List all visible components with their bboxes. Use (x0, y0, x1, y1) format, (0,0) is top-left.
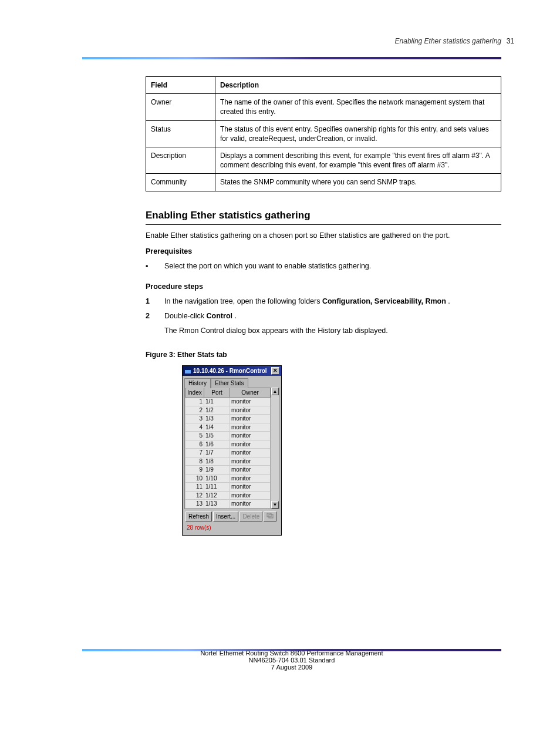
delete-button[interactable]: Delete (239, 512, 262, 522)
table-row: Status The status of this event entry. S… (146, 120, 501, 147)
footer-line-1: Nortel Ethernet Routing Switch 8600 Perf… (82, 650, 501, 657)
prerequisites-heading: Prerequisites (146, 247, 501, 257)
step-1: 1 In the navigation tree, open the follo… (146, 297, 501, 307)
step-bold: Configuration, Serviceability, Rmon (322, 297, 446, 305)
cell-owner: monitor (230, 406, 271, 415)
section-rule (146, 224, 501, 225)
step-text: Double-click (164, 312, 207, 320)
cell-owner: monitor (230, 415, 271, 423)
step-text: . (448, 297, 450, 305)
cell-port: 1/3 (204, 415, 230, 423)
table-row[interactable]: 51/5monitor (185, 432, 271, 440)
cell-index: 2 (185, 406, 204, 415)
dialog-title-text: 10.10.40.26 - RmonControl (193, 367, 267, 375)
cell-owner: monitor (230, 483, 271, 492)
cell-index: 7 (185, 449, 204, 457)
cell-port: 1/7 (204, 449, 230, 457)
dialog-button-row: Refresh Insert... Delete (184, 509, 279, 523)
tab-ether-stats[interactable]: Ether Stats (211, 378, 248, 388)
prereq-text: Select the port on which you want to ena… (164, 261, 501, 271)
page-number: 31 (507, 37, 514, 45)
table-row[interactable]: 41/4monitor (185, 423, 271, 432)
cell-index: 3 (185, 415, 204, 423)
cell-owner: monitor (230, 440, 271, 449)
scroll-down-icon[interactable]: ▼ (271, 501, 279, 509)
dialog-titlebar[interactable]: 10.10.40.26 - RmonControl ✕ (183, 366, 281, 376)
table-row[interactable]: 71/7monitor (185, 449, 271, 457)
step-bold: Control (207, 312, 232, 320)
table-row[interactable]: 131/13monitor (185, 500, 271, 509)
cell-owner: monitor (230, 491, 271, 500)
cell-owner: monitor (230, 500, 271, 509)
cell-port: 1/6 (204, 440, 230, 449)
cell-port: 1/10 (204, 474, 230, 483)
top-rule (82, 57, 501, 59)
insert-button[interactable]: Insert... (213, 512, 238, 522)
bullet: • (146, 261, 156, 271)
table-header-row: Field Description (146, 77, 501, 94)
cell-port: 1/8 (204, 457, 230, 466)
rmon-control-dialog: 10.10.40.26 - RmonControl ✕ History Ethe… (182, 365, 282, 536)
cell-index: 13 (185, 500, 204, 509)
cell-owner: monitor (230, 432, 271, 440)
scroll-up-icon[interactable]: ▲ (271, 388, 279, 395)
cell-index: 4 (185, 423, 204, 432)
cell-port: 1/12 (204, 491, 230, 500)
table-row: Owner The name of the owner of this even… (146, 94, 501, 120)
vertical-scrollbar[interactable]: ▲ ▼ (271, 388, 279, 509)
app-icon (184, 368, 191, 375)
col-index[interactable]: Index (185, 388, 204, 398)
table-row[interactable]: 121/12monitor (185, 491, 271, 500)
cell-port: 1/5 (204, 432, 230, 440)
col-port[interactable]: Port (204, 388, 230, 398)
cell-index: 10 (185, 474, 204, 483)
step-number: 2 (146, 311, 156, 336)
row-count-label: 28 row(s) (184, 523, 279, 533)
cell-index: 1 (185, 398, 204, 406)
cell-port: 1/1 (204, 398, 230, 406)
table-scroll-wrap: Index Port Owner 11/1monitor21/2monitor3… (184, 388, 279, 509)
cell-owner: monitor (230, 423, 271, 432)
footer-line-2: NN46205-704 03.01 Standard (82, 657, 501, 664)
steps-heading: Procedure steps (146, 282, 501, 292)
cell-desc: Displays a comment describing this event… (215, 147, 501, 173)
table-row[interactable]: 11/1monitor (185, 398, 271, 406)
cell-index: 12 (185, 491, 204, 500)
table-row[interactable]: 61/6monitor (185, 440, 271, 449)
cell-field: Description (146, 147, 215, 173)
cell-port: 1/4 (204, 423, 230, 432)
cell-desc: The status of this event entry. Specifie… (215, 120, 501, 147)
section-title: Enabling Ether statistics gathering (146, 209, 501, 223)
cell-desc: The name of the owner of this event. Spe… (215, 94, 501, 120)
dialog-body: History Ether Stats Index Port Owner 11/… (183, 376, 281, 535)
cell-index: 11 (185, 483, 204, 492)
cell-port: 1/11 (204, 483, 230, 492)
close-icon[interactable]: ✕ (271, 367, 279, 375)
table-row[interactable]: 101/10monitor (185, 474, 271, 483)
table-row[interactable]: 21/2monitor (185, 406, 271, 415)
table-row[interactable]: 91/9monitor (185, 466, 271, 475)
table-row: Community States the SNMP community wher… (146, 174, 501, 191)
step-body: In the navigation tree, open the followi… (164, 297, 501, 307)
cell-field: Owner (146, 94, 215, 120)
header-field: Field (146, 77, 215, 94)
copy-icon[interactable] (264, 512, 276, 522)
table-row[interactable]: 81/8monitor (185, 457, 271, 466)
step-text: In the navigation tree, open the followi… (164, 297, 322, 305)
cell-owner: monitor (230, 398, 271, 406)
cell-owner: monitor (230, 457, 271, 466)
cell-index: 5 (185, 432, 204, 440)
table-row[interactable]: 111/11monitor (185, 483, 271, 492)
cell-port: 1/13 (204, 500, 230, 509)
page-heading: Enabling Ether statistics gathering (395, 37, 501, 45)
tab-history[interactable]: History (184, 378, 211, 388)
table-row[interactable]: 31/3monitor (185, 415, 271, 423)
step-number: 1 (146, 297, 156, 307)
cell-port: 1/2 (204, 406, 230, 415)
tab-bar: History Ether Stats (184, 378, 279, 388)
cell-field: Status (146, 120, 215, 147)
col-owner[interactable]: Owner (230, 388, 271, 398)
refresh-button[interactable]: Refresh (185, 512, 212, 522)
table-row: Description Displays a comment describin… (146, 147, 501, 173)
prereq-item: • Select the port on which you want to e… (146, 261, 501, 271)
